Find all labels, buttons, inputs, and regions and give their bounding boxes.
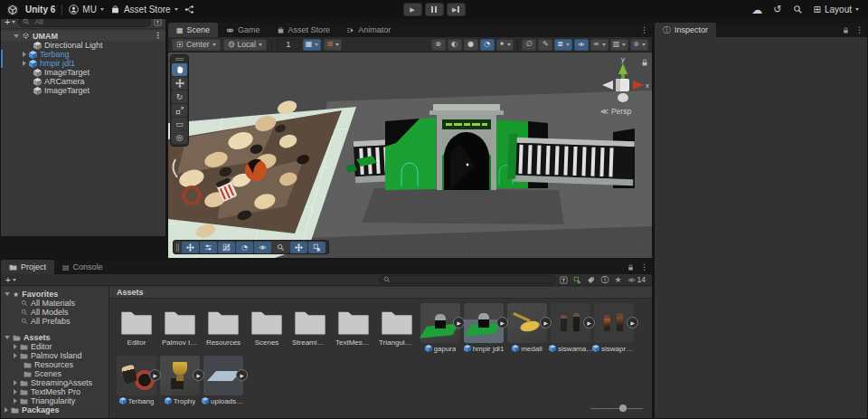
expand-caret-icon[interactable] — [14, 344, 17, 349]
expand-caret-icon[interactable] — [14, 380, 17, 386]
create-menu-button[interactable]: + — [5, 275, 16, 285]
expand-caret-icon[interactable] — [14, 353, 17, 358]
scale-tool-button[interactable] — [172, 104, 187, 117]
hidden-objects-button[interactable]: ∅ — [522, 39, 536, 51]
tree-packages-root[interactable]: Packages — [1, 405, 108, 414]
tree-folder-triangularity[interactable]: Triangularity — [1, 396, 108, 405]
transform-tool-button[interactable]: ◎ — [172, 131, 187, 144]
overlay-picking-button[interactable] — [308, 242, 326, 253]
draw-mode-button[interactable]: ⊕ — [431, 39, 446, 51]
preview-play-button[interactable]: ▶ — [496, 317, 508, 329]
expand-caret-icon[interactable] — [14, 389, 17, 395]
overlay-visibility-toggle[interactable] — [254, 242, 271, 253]
move-tool-button[interactable] — [172, 77, 187, 90]
snap-increment-toggle[interactable]: ⊞ — [324, 39, 342, 51]
expand-caret-icon[interactable] — [23, 52, 26, 57]
asset-prefab-trophy[interactable]: ▶ Trophy — [158, 355, 202, 405]
camera-dropdown[interactable]: ▥ — [610, 39, 629, 51]
asset-folder-palmov-island[interactable]: Palmov Island — [158, 302, 202, 353]
tab-project[interactable]: Project — [1, 260, 54, 274]
tree-all-models[interactable]: All Models — [1, 308, 108, 317]
tab-scene[interactable]: ▦ Scene — [168, 23, 218, 37]
pause-button[interactable] — [425, 3, 444, 16]
hierarchy-item-directional-light[interactable]: Directional Light — [1, 41, 165, 50]
asset-folder-triangularity[interactable]: Triangularity — [375, 302, 419, 353]
preview-play-button[interactable]: ▶ — [627, 317, 638, 329]
importance-filter-icon[interactable]: ⓘ — [600, 274, 609, 286]
tree-folder-streamingassets[interactable]: StreamingAssets — [1, 378, 108, 387]
tab-console[interactable]: ▤ Console — [54, 260, 111, 274]
asset-prefab-medall[interactable]: ▶ medall — [505, 302, 549, 353]
tab-asset-store[interactable]: Asset Store — [269, 23, 339, 37]
asset-prefab-siswama[interactable]: ▶ siswama... — [549, 302, 592, 353]
overlay-pan-button[interactable] — [290, 242, 307, 253]
hand-tool-button[interactable] — [172, 63, 187, 76]
tree-folder-editor[interactable]: Editor — [1, 342, 108, 351]
preview-play-button[interactable]: ▶ — [149, 369, 161, 381]
search-by-label-icon[interactable] — [587, 276, 595, 284]
asset-folder-scenes[interactable]: Scenes — [245, 302, 288, 353]
expand-caret-icon[interactable] — [14, 398, 17, 404]
scene-visibility-toggle[interactable] — [574, 39, 589, 51]
overlay-levels-button[interactable] — [200, 242, 217, 253]
expand-caret-icon[interactable] — [5, 292, 10, 296]
rect-tool-button[interactable]: ▭ — [172, 118, 187, 130]
overlay-stack-dropdown[interactable]: ≣ — [554, 39, 572, 51]
kebab-menu-icon[interactable]: ⋮ — [640, 263, 648, 271]
tree-folder-resources[interactable]: Resources — [1, 360, 108, 369]
expand-caret-icon[interactable] — [5, 407, 8, 413]
2d-toggle[interactable]: ◐ — [448, 39, 462, 51]
asset-folder-streamingassets[interactable]: StreamingA... — [288, 302, 332, 353]
asset-folder-textmesh-pro[interactable]: TextMesh Pro — [332, 302, 375, 353]
hierarchy-item-arcamera[interactable]: ARCamera — [1, 77, 165, 86]
expand-caret-icon[interactable] — [14, 34, 19, 38]
scene-3d-canvas[interactable] — [168, 52, 652, 258]
hierarchy-item-imagetarget-1[interactable]: ImageTarget — [1, 68, 165, 77]
expand-caret-icon[interactable] — [5, 336, 10, 339]
rotate-tool-button[interactable]: ↻ — [172, 90, 187, 103]
orientation-gizmo[interactable]: y x ≪ Persp — [595, 54, 649, 123]
kebab-menu-icon[interactable]: ⋮ — [855, 26, 863, 34]
lock-icon[interactable] — [640, 58, 649, 67]
preview-play-button[interactable]: ▶ — [236, 369, 248, 381]
tree-all-prefabs[interactable]: All Prefabs — [1, 317, 108, 326]
preview-play-button[interactable]: ▶ — [193, 369, 204, 381]
asset-folder-resources[interactable]: Resources — [202, 302, 245, 353]
tab-game[interactable]: Game — [218, 23, 269, 37]
kebab-menu-icon[interactable]: ⋮ — [154, 32, 162, 40]
kebab-menu-icon[interactable]: ⋮ — [640, 26, 648, 34]
asset-prefab-terbang[interactable]: ▶ Terbang — [115, 355, 158, 405]
preview-play-button[interactable]: ▶ — [583, 317, 595, 329]
hierarchy-item-imagetarget-2[interactable]: ImageTarget — [1, 86, 165, 95]
step-button[interactable]: ▶ — [447, 3, 466, 16]
grid-size-field[interactable] — [277, 39, 300, 50]
asset-prefab-hmpir-jdl1[interactable]: ▶ hmpir jdl1 — [462, 302, 505, 353]
effects-dropdown[interactable]: ✦ — [496, 39, 514, 51]
tree-folder-textmesh-pro[interactable]: TextMesh Pro — [1, 387, 108, 396]
save-search-star-icon[interactable]: ★ — [614, 275, 621, 284]
scene-viewport[interactable]: ↻ ▭ ◎ ◔ y — [168, 52, 652, 258]
project-search-input[interactable] — [379, 275, 556, 284]
overlay-search-button[interactable] — [272, 242, 289, 253]
drag-handle[interactable] — [175, 58, 184, 61]
disabled-edit-button[interactable]: ✎ — [538, 39, 552, 51]
overlay-grid-toggle[interactable] — [218, 242, 235, 253]
overlay-move-button[interactable] — [182, 242, 199, 253]
slider-knob[interactable] — [619, 405, 627, 412]
lock-icon[interactable] — [842, 26, 850, 34]
layers-dropdown[interactable]: ≡ — [590, 39, 609, 51]
tree-assets-root[interactable]: Assets — [1, 333, 108, 342]
lighting-toggle[interactable]: ● — [464, 39, 478, 51]
projection-toggle[interactable]: ≪ Persp — [600, 107, 631, 116]
play-button[interactable]: ▶ — [403, 3, 422, 16]
thumbnail-size-slider[interactable] — [590, 404, 643, 413]
asset-prefab-uploads[interactable]: ▶ uploads_... — [202, 355, 245, 405]
tab-animator[interactable]: Animator — [338, 23, 399, 37]
hierarchy-item-hmpir-jdl1[interactable]: hmpir jdl1 — [1, 59, 165, 68]
hierarchy-item-terbang[interactable]: Terbang — [1, 50, 165, 59]
tree-folder-scenes[interactable]: Scenes — [1, 369, 108, 378]
asset-folder-editor[interactable]: Editor — [115, 302, 158, 353]
gizmos-dropdown[interactable]: ⊕ — [630, 39, 648, 51]
tool-handle-rotation-dropdown[interactable]: Local — [223, 39, 267, 51]
tree-folder-palmov-island[interactable]: Palmov Island — [1, 351, 108, 360]
